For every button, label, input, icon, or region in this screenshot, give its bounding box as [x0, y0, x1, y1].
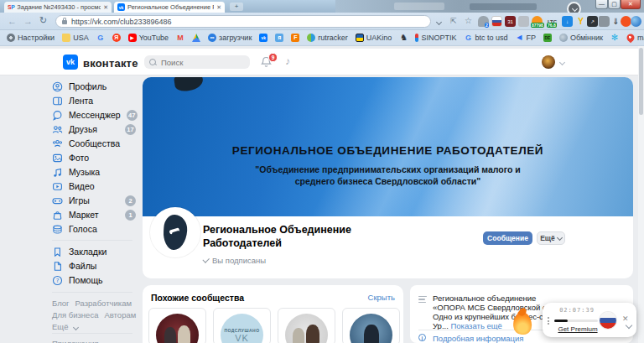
sidebar-item-music[interactable]: Музыка [52, 166, 136, 178]
sidebar-item-games[interactable]: Игры 2 [52, 195, 136, 206]
sidebar-item-market[interactable]: Маркет 1 [52, 209, 136, 221]
address-bar[interactable]: https://vk.com/club233896486 [55, 15, 431, 28]
minimize-button[interactable]: — [595, 0, 608, 9]
search-input[interactable] [159, 57, 238, 68]
rutracker-icon [307, 34, 315, 42]
sidebar-item-votes[interactable]: Голоса [52, 223, 136, 235]
search-box[interactable] [144, 55, 250, 69]
page-scrollbar[interactable] [638, 46, 644, 343]
footer-link-authors[interactable]: Авторам [104, 310, 136, 320]
cover-map-graphic [174, 77, 205, 92]
vk-wordmark[interactable]: вконтакте [83, 57, 138, 70]
sidebar-item-files[interactable]: Файлы [52, 260, 136, 272]
calendar-extension-icon[interactable]: 31 [505, 16, 516, 27]
sidebar-item-video[interactable]: Видео [52, 180, 136, 192]
sidebar-item-messenger[interactable]: Мессенджер 47 [52, 109, 136, 121]
bookmark-maps[interactable]: maps [626, 34, 644, 42]
bookmark-settings[interactable]: Настройки [7, 34, 55, 42]
bookmark-google[interactable]: G [96, 34, 105, 42]
footer-link-blog[interactable]: Блог [52, 299, 70, 308]
music-icon[interactable]: ♪ [285, 55, 290, 67]
btc-ticker-extension-icon[interactable]: 87798 [532, 16, 543, 27]
vpn-timer-overlay[interactable]: 02:07:39 ✕ Get Premium [543, 303, 636, 337]
browser-toolbar: ← → ↻ https://vk.com/club233896486 ⇱ ☆ 2… [0, 13, 644, 30]
bookmark-kyivstar[interactable]: ✻ [610, 34, 619, 42]
profile-globe-icon[interactable] [631, 16, 641, 27]
user-avatar[interactable] [542, 55, 555, 69]
progress-fill [554, 320, 568, 322]
community-avatar[interactable] [150, 207, 200, 257]
bookmark-star-icon[interactable]: ☆ [465, 16, 472, 25]
drag-handle-icon[interactable] [548, 317, 549, 326]
sidebar-item-help[interactable]: ? Помощь [52, 274, 136, 286]
downloader-icon: ∞ [208, 34, 216, 42]
more-button[interactable]: Ещё [537, 231, 565, 245]
tab-close-icon[interactable]: ✕ [216, 4, 221, 10]
maps-pin-icon [626, 33, 636, 44]
new-tab-button[interactable]: + [230, 3, 243, 11]
bookmark-gmail[interactable]: M [176, 34, 184, 42]
autofill-caret-icon[interactable] [436, 19, 442, 25]
sidebar-item-friends[interactable]: Друзья 17 [52, 123, 136, 135]
chevron-down-icon [73, 325, 79, 330]
progress-track[interactable] [554, 320, 598, 322]
sidebar-item-bookmarks[interactable]: Закладки [52, 246, 136, 257]
bookmark-drive[interactable] [192, 34, 200, 42]
message-button[interactable]: Сообщение [483, 231, 532, 245]
umbrella-extension-icon[interactable]: 2 [478, 16, 489, 27]
community-avatar [350, 314, 392, 343]
bookmark-chess[interactable]: ♞ [399, 34, 408, 42]
tab-task[interactable]: SP Задание №2493430 - просмотр з ✕ [4, 2, 112, 13]
vk-logo[interactable]: vk [63, 55, 78, 70]
community-card[interactable] [148, 308, 206, 343]
bookmark-youtube[interactable]: ▶YouTube [128, 34, 169, 42]
footer-link-devs[interactable]: Разработчикам [75, 299, 132, 308]
sidebar-item-communities[interactable]: Сообщества [52, 138, 136, 149]
bookmark-exchange[interactable]: Обмінник [559, 34, 603, 42]
translate-icon: я [275, 34, 283, 42]
community-card[interactable] [278, 308, 335, 343]
tab-close-icon[interactable]: ✕ [103, 4, 108, 10]
ru-flag-extension-icon[interactable] [491, 16, 502, 27]
bookmark-uakino[interactable]: UAKino [356, 34, 392, 42]
refresh-icon[interactable]: ↻ [39, 16, 47, 25]
get-premium-link[interactable]: Get Premium [548, 325, 608, 333]
community-card[interactable]: ПОДСЛУШАНОVK [213, 308, 271, 343]
url-text[interactable]: https://vk.com/club233896486 [71, 18, 172, 26]
scrollbar-thumb[interactable] [639, 48, 643, 115]
puzzle-extensions-icon[interactable] [599, 16, 610, 27]
bookmark-rutracker[interactable]: rutracker [307, 34, 348, 42]
user-menu-caret-icon[interactable] [559, 60, 565, 65]
bookmark-loader[interactable]: ∞загрузчик [208, 34, 252, 42]
bookmark-f-site[interactable]: F [291, 34, 299, 42]
dark-extension-icon[interactable]: ↗ [587, 16, 598, 27]
clipboard-extension-icon[interactable] [518, 16, 529, 27]
share-icon[interactable]: ⇱ [450, 17, 457, 25]
sidebar-item-feed[interactable]: Лента [52, 95, 136, 107]
ltc-ticker-extension-icon[interactable]: LTC 76.8 [547, 16, 558, 27]
bookmark-green-site[interactable]: DE [543, 34, 552, 42]
bookmark-btc-usd[interactable]: Gbtc to usd [464, 34, 507, 42]
video-downloader-extension-icon[interactable]: ↓ [562, 16, 573, 27]
bookmark-yandex[interactable]: Я [112, 34, 121, 42]
bookmark-translate[interactable]: я [275, 34, 283, 42]
footer-link-business[interactable]: Для бизнеса [52, 310, 98, 320]
bookmark-fp[interactable]: ◀FP [515, 34, 536, 42]
bookmark-folder-usa[interactable]: USA [62, 34, 89, 42]
sidebar-item-profile[interactable]: Профиль [52, 81, 136, 92]
bookmark-vk[interactable]: vk [259, 34, 267, 42]
footer-link-more[interactable]: Ещё [52, 322, 68, 331]
hide-link[interactable]: Скрыть [368, 293, 395, 302]
back-icon[interactable]: ← [8, 17, 17, 26]
tab-vk-group[interactable]: vk Региональное Объединение Раб ✕ [114, 2, 225, 13]
sidebar-item-photos[interactable]: Фото [52, 152, 136, 164]
sidebar-cut-text[interactable]: Приложения [52, 339, 99, 343]
maximize-button[interactable]: ▢ [608, 0, 621, 9]
y-extension-icon[interactable]: Y [575, 16, 586, 27]
bookmark-sinoptik[interactable]: SINOPTIK [415, 34, 456, 42]
music-icon [52, 167, 63, 178]
forward-icon[interactable]: → [23, 17, 33, 26]
close-button[interactable]: ✕ [621, 0, 641, 9]
detailed-info-link[interactable]: Подробная информация [433, 334, 523, 343]
community-card[interactable] [342, 308, 400, 343]
